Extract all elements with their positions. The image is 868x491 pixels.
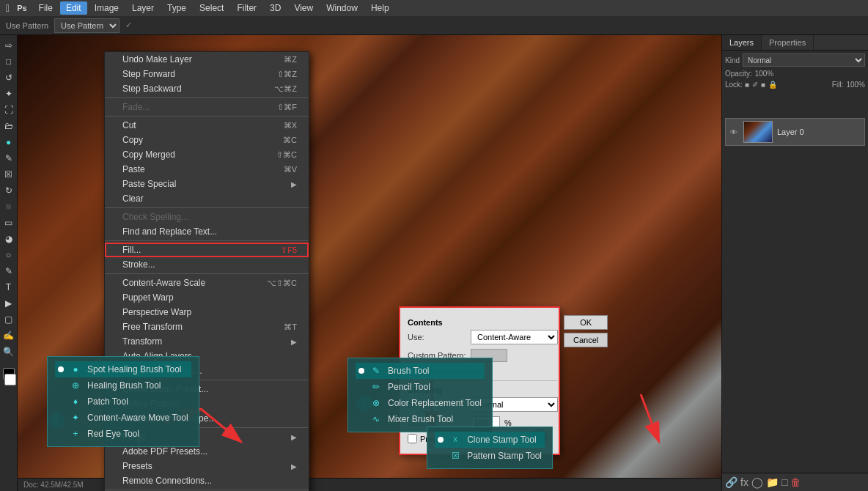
- fx-icon[interactable]: fx: [740, 476, 749, 488]
- layers-tab[interactable]: Layers: [722, 35, 762, 50]
- clone-tool-popup: ☓ Clone Stamp Tool ☒ Pattern Stamp Tool: [427, 427, 553, 469]
- clear[interactable]: Clear: [105, 191, 309, 206]
- layer-visibility-icon[interactable]: 👁: [729, 127, 739, 137]
- healing-brush-icon: ⊕: [70, 380, 81, 391]
- eyedropper-tool[interactable]: 🗁: [1, 119, 16, 133]
- content-aware-move-label: Content-Aware Move Tool: [87, 413, 188, 423]
- marquee-tool[interactable]: □: [1, 54, 16, 69]
- help-menu-item[interactable]: Help: [365, 1, 395, 15]
- check-spelling[interactable]: Check Spelling...: [105, 210, 309, 224]
- brush-active-indicator: [358, 368, 364, 374]
- mixer-brush-tool-item[interactable]: ∿ Mixer Brush Tool: [356, 411, 485, 427]
- paste-special[interactable]: Paste Special ▶: [105, 177, 309, 191]
- background-color[interactable]: [4, 374, 16, 385]
- window-menu-item[interactable]: Window: [320, 1, 364, 15]
- spot-healing-brush-tool-item[interactable]: ● Spot Healing Brush Tool: [55, 361, 191, 377]
- lasso-tool[interactable]: ↺: [1, 70, 16, 85]
- file-menu-item[interactable]: File: [33, 1, 59, 15]
- crop-tool[interactable]: ⛶: [1, 103, 16, 117]
- free-transform[interactable]: Free Transform ⌘T: [105, 320, 309, 334]
- cancel-button[interactable]: Cancel: [564, 333, 608, 347]
- svg-line-3: [641, 394, 659, 442]
- rectangle-tool[interactable]: ▢: [1, 312, 16, 327]
- copy-merged[interactable]: Copy Merged ⇧⌘C: [105, 147, 309, 162]
- step-forward[interactable]: Step Forward ⇧⌘Z: [105, 67, 309, 81]
- paste[interactable]: Paste ⌘V: [105, 162, 309, 177]
- presets[interactable]: Presets ▶: [105, 459, 309, 473]
- undo-make-layer[interactable]: Undo Make Layer ⌘Z: [105, 52, 309, 67]
- content-aware-scale[interactable]: Content-Aware Scale ⌥⇧⌘C: [105, 276, 309, 290]
- type-menu-item[interactable]: Type: [161, 1, 192, 15]
- color-replacement-label: Color Replacement Tool: [388, 398, 482, 408]
- new-layer-icon[interactable]: □: [781, 476, 787, 488]
- blur-tool[interactable]: ◕: [1, 232, 16, 246]
- gradient-tool[interactable]: ▭: [1, 215, 16, 230]
- use-label: Use:: [408, 333, 466, 342]
- remote-connections[interactable]: Remote Connections...: [105, 473, 309, 488]
- perspective-warp[interactable]: Perspective Warp: [105, 305, 309, 320]
- color-replacement-icon: ⊗: [370, 397, 382, 409]
- pen-tool[interactable]: ✎: [1, 264, 16, 278]
- healing-brush-tool-item[interactable]: ⊕ Healing Brush Tool: [55, 377, 191, 394]
- apple-menu-item[interactable]: : [6, 2, 10, 14]
- brush-tool-item[interactable]: ✎ Brush Tool: [356, 363, 485, 379]
- transform[interactable]: Transform ▶: [105, 334, 309, 349]
- properties-tab[interactable]: Properties: [762, 35, 814, 50]
- 3d-menu-item[interactable]: 3D: [264, 1, 287, 15]
- pattern-stamp-label: Pattern Stamp Tool: [467, 451, 542, 461]
- hand-tool[interactable]: ✍: [1, 328, 16, 343]
- options-bar-checkmark: ✓: [125, 21, 132, 30]
- right-panel: Layers Properties Kind Normal Opacity: 1…: [721, 35, 868, 491]
- color-replacement-tool-item[interactable]: ⊗ Color Replacement Tool: [356, 395, 485, 411]
- pattern-stamp-tool-item[interactable]: ☒ Pattern Stamp Tool: [435, 448, 545, 464]
- content-aware-move-tool-item[interactable]: ✦ Content-Aware Move Tool: [55, 410, 191, 426]
- healing-brush-tool-btn[interactable]: ●: [1, 135, 16, 149]
- red-eye-tool-item[interactable]: + Red Eye Tool: [55, 426, 191, 442]
- clone-stamp-tool-item[interactable]: ☓ Clone Stamp Tool: [435, 432, 545, 448]
- main-layout: ⇨ □ ↺ ✦ ⛶ 🗁 ● ✎ ☒ ↻ ◾ ▭ ◕ ○ ✎ T ▶ ▢ ✍ 🔍: [0, 35, 868, 491]
- type-tool[interactable]: T: [1, 280, 16, 295]
- find-replace[interactable]: Find and Replace Text...: [105, 224, 309, 239]
- spot-healing-label: Spot Healing Brush Tool: [87, 364, 182, 374]
- use-pattern-select[interactable]: Use Pattern: [54, 18, 119, 33]
- brush-tool-btn[interactable]: ✎: [1, 151, 16, 166]
- eraser-tool[interactable]: ◾: [1, 199, 16, 214]
- view-menu-item[interactable]: View: [288, 1, 319, 15]
- filter-menu-item[interactable]: Filter: [231, 1, 262, 15]
- path-selection-tool[interactable]: ▶: [1, 296, 16, 311]
- ok-button[interactable]: OK: [564, 315, 608, 330]
- cut[interactable]: Cut ⌘X: [105, 118, 309, 133]
- history-brush-tool[interactable]: ↻: [1, 183, 16, 198]
- stroke[interactable]: Stroke...: [105, 257, 309, 272]
- delete-layer-icon[interactable]: 🗑: [790, 476, 801, 488]
- folder-icon[interactable]: 📁: [766, 476, 779, 488]
- blend-mode-select[interactable]: Normal: [743, 53, 865, 67]
- layers-panel: Kind Normal Opacity: 100% Lock: ■ ✐ ■ 🔒 …: [722, 51, 868, 473]
- red-eye-label: Red Eye Tool: [87, 429, 139, 439]
- patch-tool-item[interactable]: ♦ Patch Tool: [55, 394, 191, 410]
- zoom-tool[interactable]: 🔍: [1, 344, 16, 359]
- lock-row: Lock: ■ ✐ ■ 🔒 Fill: 100%: [725, 81, 865, 89]
- image-menu-item[interactable]: Image: [89, 1, 125, 15]
- clone-stamp-tool-btn[interactable]: ☒: [1, 167, 16, 182]
- step-backward[interactable]: Step Backward ⌥⌘Z: [105, 81, 309, 96]
- copy[interactable]: Copy ⌘C: [105, 133, 309, 147]
- fade[interactable]: Fade... ⇧⌘F: [105, 100, 309, 114]
- use-select[interactable]: Content-Aware Foreground Color Backgroun…: [471, 330, 558, 344]
- preserve-transparency-checkbox[interactable]: [408, 434, 417, 443]
- link-icon[interactable]: 🔗: [725, 476, 738, 488]
- puppet-warp[interactable]: Puppet Warp: [105, 290, 309, 305]
- adjustment-icon[interactable]: ◯: [751, 476, 763, 488]
- layer-thumbnail: [743, 121, 773, 143]
- red-eye-icon: +: [70, 428, 81, 440]
- divider-3: [105, 207, 309, 208]
- layer-0-item[interactable]: 👁 Layer 0: [725, 118, 865, 146]
- fill-menu-item[interactable]: Fill... ⇧F5: [105, 243, 309, 257]
- select-menu-item[interactable]: Select: [194, 1, 229, 15]
- layer-menu-item[interactable]: Layer: [126, 1, 160, 15]
- dodge-tool[interactable]: ○: [1, 248, 16, 262]
- pencil-tool-item[interactable]: ✏ Pencil Tool: [356, 379, 485, 395]
- move-tool[interactable]: ⇨: [1, 38, 16, 53]
- quick-select-tool[interactable]: ✦: [1, 86, 16, 101]
- edit-menu-item[interactable]: Edit: [60, 1, 87, 15]
